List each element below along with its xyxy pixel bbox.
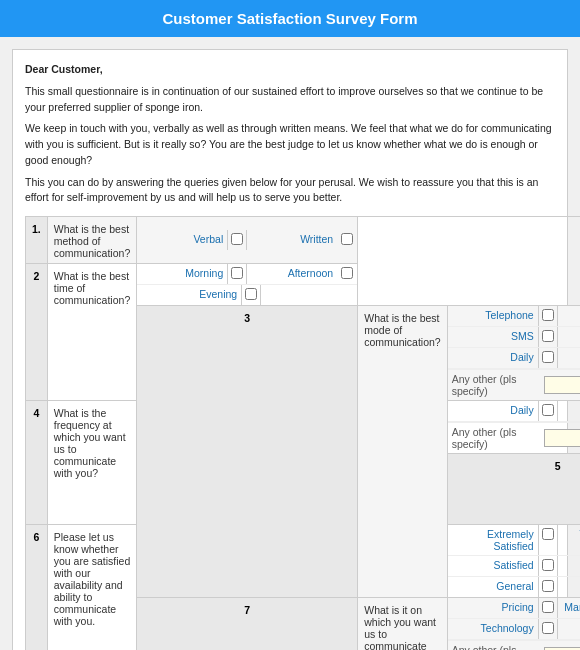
option-label-left: Morning [137,264,227,284]
specify-label: Any other (pls specify) [452,426,538,450]
checkbox-left-2-1[interactable] [245,288,257,300]
checkbox-left-3-0[interactable] [542,309,554,321]
option-label-left: Verbal [137,230,227,250]
option-pair-6-2: GeneralDespatch [448,577,580,597]
option-pair-3-0: TelephoneLetter [448,306,580,327]
checkbox-left-6-1[interactable] [542,559,554,571]
question-row-2: 2What is the best time of communication?… [26,264,581,306]
option-label-right: Dissatisfied [558,556,580,576]
option-pair-7-0: PricingMarket Condition [448,598,580,619]
q-options-6: Extremely SatisfiedVery SatisfiedSatisfi… [447,525,580,598]
q-text-7: What is it on which you want us to commu… [358,598,447,651]
specify-input[interactable] [544,429,580,447]
q-options-4: DailyWeeklyAny other (pls specify) [447,401,580,454]
checkbox-left-1-0[interactable] [231,233,243,245]
q-options-7: PricingMarket ConditionTechnologyCompany… [447,598,580,651]
q-num-1: 1. [26,217,48,264]
q-num-3: 3 [137,306,358,598]
option-label-left: Extremely Satisfied [448,525,538,555]
checkbox-left [227,264,247,284]
checkbox-left [538,306,558,326]
checkbox-right-2-0[interactable] [341,267,353,279]
option-label-right: Written [247,230,337,250]
checkbox-left-4-0[interactable] [542,404,554,416]
checkbox-left [227,230,247,250]
checkbox-left-2-0[interactable] [231,267,243,279]
option-label-left: General [448,577,538,597]
option-label-right: Afternoon [247,264,337,284]
option-label-left: Daily [448,401,538,421]
option-label-right: Weekly [558,348,580,368]
checkbox-left [241,285,261,305]
checkbox-left [538,348,558,368]
q-text-2: What is the best time of communication? [47,264,136,401]
specify-row-4: Any other (pls specify) [448,422,580,453]
option-label-right: Very Satisfied [558,525,580,555]
intro-p3: This you can do by answering the queries… [25,175,555,207]
checkbox-left [538,577,558,597]
checkbox-left [538,556,558,576]
option-pair-4-0: DailyWeekly [448,401,580,422]
option-label-left: Pricing [448,598,538,618]
specify-row-7: Any other (pls specify) [448,640,580,650]
q-options-1: VerbalWritten [137,217,358,264]
option-pair-2-1: Evening [137,285,357,305]
intro-p1: This small questionnaire is in continuat… [25,84,555,116]
checkbox-right [337,230,357,250]
q-num-2: 2 [26,264,48,401]
checkbox-left-7-1[interactable] [542,622,554,634]
intro-dear: Dear Customer, [25,62,555,78]
intro-section: Dear Customer, This small questionnaire … [25,62,555,206]
q-text-1: What is the best method of communication… [47,217,136,264]
q-options-3: TelephoneLetterSMSE-mailDailyWeeklyAny o… [447,306,580,401]
q-text-6: Please let us know whether you are satis… [47,525,136,651]
option-label-left: Daily [448,348,538,368]
checkbox-left-3-1[interactable] [542,330,554,342]
q-num-5: 5 [447,454,580,525]
option-label-left: Satisfied [448,556,538,576]
option-pair-7-1: TechnologyCompany [448,619,580,640]
page-header: Customer Satisfaction Survey Form [0,0,580,37]
option-label-right: Weekly [558,401,580,421]
checkbox-left [538,327,558,347]
option-pair-2-0: MorningAfternoon [137,264,357,285]
option-pair-3-2: DailyWeekly [448,348,580,369]
q-num-4: 4 [26,401,48,525]
checkbox-left-3-2[interactable] [542,351,554,363]
option-pair-1-0: VerbalWritten [137,230,357,250]
checkbox-left-6-2[interactable] [542,580,554,592]
option-label-right: Despatch [558,577,580,597]
option-label-left: Evening [137,285,241,305]
q-num-7: 7 [137,598,358,651]
survey-table: 1.What is the best method of communicati… [25,216,580,650]
option-label-left: Telephone [448,306,538,326]
checkbox-left-7-0[interactable] [542,601,554,613]
checkbox-left [538,401,558,421]
form-container: Dear Customer, This small questionnaire … [12,49,568,650]
specify-input[interactable] [544,376,580,394]
checkbox-left-6-0[interactable] [542,528,554,540]
checkbox-left [538,525,558,555]
intro-p2: We keep in touch with you, verbally as w… [25,121,555,168]
q-num-6: 6 [26,525,48,651]
option-label-left: Technology [448,619,538,639]
option-label-left: SMS [448,327,538,347]
checkbox-right-1-0[interactable] [341,233,353,245]
checkbox-left [538,619,558,639]
q-text-4: What is the frequency at which you want … [47,401,136,525]
option-label-right: Letter [558,306,580,326]
specify-label: Any other (pls specify) [452,373,538,397]
option-pair-6-0: Extremely SatisfiedVery Satisfied [448,525,580,556]
option-label-right: Company [558,619,580,639]
question-row-1: 1.What is the best method of communicati… [26,217,581,264]
option-pair-3-1: SMSE-mail [448,327,580,348]
option-label-right: Market Condition [558,598,580,618]
q-text-3: What is the best mode of communication? [358,306,447,598]
page-title: Customer Satisfaction Survey Form [162,10,417,27]
specify-row-3: Any other (pls specify) [448,369,580,400]
specify-label: Any other (pls specify) [452,644,538,650]
option-pair-6-1: SatisfiedDissatisfied [448,556,580,577]
option-label-right: E-mail [558,327,580,347]
checkbox-right [337,264,357,284]
q-options-2: MorningAfternoonEvening [137,264,358,306]
